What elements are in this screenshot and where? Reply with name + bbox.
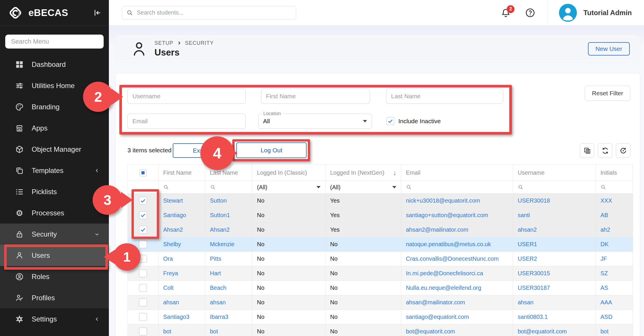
sidebar-collapse-icon[interactable]: [93, 8, 101, 17]
cell-email[interactable]: santiago+sutton@equatorit.com: [401, 208, 513, 223]
cell-last-name[interactable]: Hart: [205, 266, 252, 281]
refresh-button[interactable]: [598, 143, 612, 158]
cell-first-name[interactable]: Colt: [159, 281, 205, 295]
cell-username[interactable]: santi0803.1: [513, 310, 596, 324]
cell-initials[interactable]: bot: [596, 324, 633, 336]
cell-first-name[interactable]: ahsan: [159, 295, 205, 310]
sidebar-item-apps[interactable]: Apps: [0, 117, 109, 139]
cell-initials[interactable]: DK: [596, 237, 633, 252]
cell-first-name[interactable]: Ora: [159, 252, 205, 266]
cell-username[interactable]: USER30015: [513, 266, 596, 281]
cell-email[interactable]: Nulla.eu.neque@eleifend.org: [401, 281, 513, 295]
table-row: ColtBeachNoNoNulla.eu.neque@eleifend.org…: [128, 281, 633, 295]
cell-last-name[interactable]: ahsan: [205, 295, 252, 310]
cell-last-name[interactable]: Sutton: [205, 194, 252, 208]
notifications-button[interactable]: 2: [501, 8, 511, 18]
student-search-box[interactable]: [122, 6, 296, 19]
cell-logged-in-nextgen: Yes: [325, 208, 401, 223]
column-header-email[interactable]: Email: [401, 165, 513, 181]
cell-last-name[interactable]: bot: [205, 324, 252, 336]
search-icon: [518, 184, 524, 190]
row-checkbox[interactable]: [139, 299, 147, 306]
user-avatar[interactable]: [559, 4, 577, 22]
sidebar-item-templates[interactable]: Templates: [0, 160, 109, 181]
cell-email[interactable]: In.mi.pede@Donecfelisorci.ca: [401, 266, 513, 281]
cell-first-name[interactable]: Santiago: [159, 208, 205, 223]
cell-first-name[interactable]: Stewart: [159, 194, 205, 208]
cell-initials[interactable]: AAA: [596, 295, 633, 310]
cell-last-name[interactable]: Beach: [205, 281, 252, 295]
cell-first-name[interactable]: Shelby: [159, 237, 205, 252]
breadcrumb-setup[interactable]: SETUP: [154, 40, 173, 46]
cell-username[interactable]: ahsan: [513, 295, 596, 310]
sidebar-item-object-manager[interactable]: Object Manager: [0, 139, 109, 160]
cell-email[interactable]: Cras.convallis@DonecestNunc.com: [401, 252, 513, 266]
cell-last-name[interactable]: Ahsan2: [205, 223, 252, 237]
reset-filter-button[interactable]: Reset Filter: [585, 86, 630, 101]
cell-username[interactable]: USER1: [513, 237, 596, 252]
sidebar-item-profiles[interactable]: Profiles: [0, 287, 109, 308]
filter-cell-first-name[interactable]: [159, 181, 205, 194]
history-button[interactable]: [616, 143, 630, 158]
cell-email[interactable]: bot@equatorit.com: [401, 324, 513, 336]
cell-last-name[interactable]: Mckenzie: [205, 237, 252, 252]
cell-email[interactable]: nick+u30018@equatorit.com: [401, 194, 513, 208]
column-header-initials[interactable]: Initials: [596, 165, 633, 181]
select-all-checkbox[interactable]: [140, 169, 147, 176]
cell-email[interactable]: natoque.penatibus@metus.co.uk: [401, 237, 513, 252]
help-button[interactable]: [525, 8, 535, 18]
cell-initials[interactable]: ah2: [596, 223, 633, 237]
cell-last-name[interactable]: Pitts: [205, 252, 252, 266]
cell-first-name[interactable]: bot: [159, 324, 205, 336]
cell-initials[interactable]: AS: [596, 281, 633, 295]
sort-desc-icon[interactable]: ↓: [393, 169, 396, 177]
cell-username[interactable]: USER30187: [513, 281, 596, 295]
student-search-input[interactable]: [137, 9, 292, 16]
sidebar-item-dashboard[interactable]: Dashboard: [0, 54, 109, 75]
column-header-logged-in-nextgen[interactable]: Logged In (NextGen)↓: [325, 165, 401, 181]
cell-first-name[interactable]: Santiago3: [159, 310, 205, 324]
cell-initials[interactable]: JF: [596, 252, 633, 266]
cell-last-name[interactable]: Sutton1: [205, 208, 252, 223]
cell-username[interactable]: ahsan2: [513, 223, 596, 237]
history-restore-icon: [619, 147, 627, 155]
cell-initials[interactable]: SZ: [596, 266, 633, 281]
cell-username[interactable]: bot@equatorit.com: [513, 324, 596, 336]
cell-email[interactable]: ahsan@mailinator.com: [401, 295, 513, 310]
new-user-button[interactable]: New User: [588, 42, 630, 56]
filter-cell-initials[interactable]: [596, 181, 633, 194]
cell-initials[interactable]: ASD: [596, 310, 633, 324]
sidebar-item-security[interactable]: Security: [0, 224, 109, 245]
filter-cell-last-name[interactable]: [205, 181, 252, 194]
cell-email[interactable]: ahsan2@mailinator.com: [401, 223, 513, 237]
cell-first-name[interactable]: Ahsan2: [159, 223, 205, 237]
filter-cell-email[interactable]: [401, 181, 513, 194]
row-checkbox[interactable]: [139, 313, 147, 321]
table-row: FreyaHartNoNoIn.mi.pede@Donecfelisorci.c…: [128, 266, 633, 281]
row-checkbox[interactable]: [139, 284, 147, 292]
breadcrumb-security[interactable]: SECURITY: [185, 40, 214, 46]
filter-select-logged-in-nextgen[interactable]: (All): [325, 181, 401, 194]
cell-initials[interactable]: AB: [596, 208, 633, 223]
cell-logged-in-classic: No: [252, 310, 325, 324]
row-checkbox[interactable]: [139, 240, 147, 248]
column-header-first-name[interactable]: First Name: [159, 165, 205, 181]
menu-search-input[interactable]: [5, 35, 104, 49]
cell-username[interactable]: USER30018: [513, 194, 596, 208]
column-header-username[interactable]: Username: [513, 165, 596, 181]
filter-cell-username[interactable]: [513, 181, 596, 194]
cell-username[interactable]: santi: [513, 208, 596, 223]
sidebar-item-processes[interactable]: Processes: [0, 202, 109, 224]
sidebar-item-settings[interactable]: Settings: [0, 308, 109, 330]
sidebar-item-label: Picklists: [32, 188, 57, 196]
cell-first-name[interactable]: Freya: [159, 266, 205, 281]
row-checkbox[interactable]: [139, 269, 147, 277]
cell-username[interactable]: USER2: [513, 252, 596, 266]
row-checkbox[interactable]: [139, 328, 147, 335]
filter-select-logged-in-classic[interactable]: (All): [252, 181, 325, 194]
cell-last-name[interactable]: Ibarra3: [205, 310, 252, 324]
cell-email[interactable]: santiago@equatorit.com: [401, 310, 513, 324]
column-header-logged-in-classic[interactable]: Logged In (Classic): [252, 165, 325, 181]
cell-initials[interactable]: XXX: [596, 194, 633, 208]
export-data-button[interactable]: [580, 143, 594, 158]
